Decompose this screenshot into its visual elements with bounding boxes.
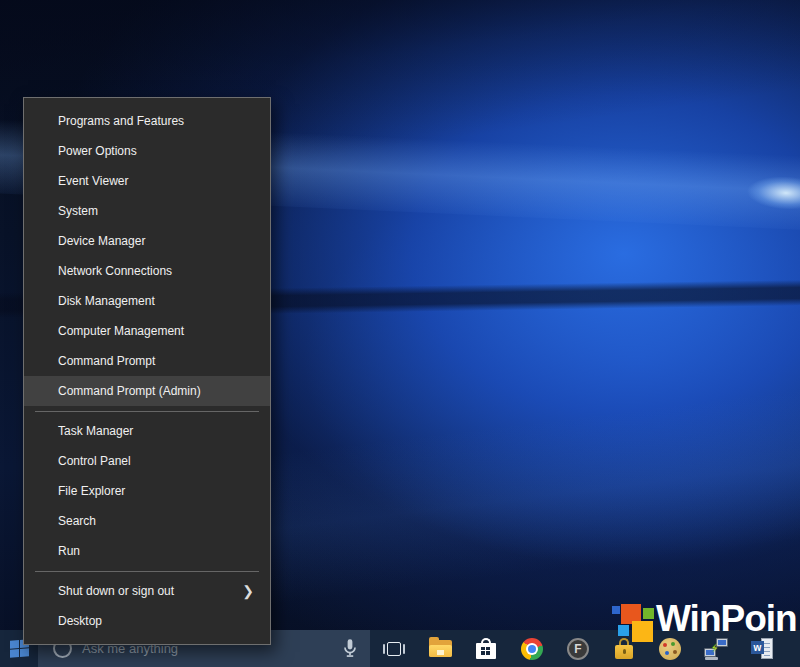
winpoin-logo-icon [610,596,656,644]
menu-item-label: Computer Management [58,324,260,338]
menu-item-label: Power Options [58,144,260,158]
menu-item-task-manager[interactable]: Task Manager [24,416,270,446]
menu-item-shut-down-or-sign-out[interactable]: Shut down or sign out❯ [24,576,270,606]
menu-item-control-panel[interactable]: Control Panel [24,446,270,476]
yellow-square [632,621,653,642]
menu-item-computer-management[interactable]: Computer Management [24,316,270,346]
f-app-button[interactable]: F [555,630,601,667]
store-icon [476,638,496,659]
blue-light-square [618,625,629,636]
menu-item-label: Network Connections [58,264,260,278]
menu-item-label: Run [58,544,260,558]
menu-item-programs-and-features[interactable]: Programs and Features [24,106,270,136]
menu-item-label: Shut down or sign out [58,584,242,598]
file-explorer-button[interactable] [417,630,463,667]
menu-item-command-prompt[interactable]: Command Prompt [24,346,270,376]
menu-item-label: Control Panel [58,454,260,468]
menu-item-device-manager[interactable]: Device Manager [24,226,270,256]
winx-menu: Programs and FeaturesPower OptionsEvent … [23,97,271,645]
menu-item-network-connections[interactable]: Network Connections [24,256,270,286]
winpoin-logo-text: WinPoin [656,595,797,643]
desktop[interactable]: Ask me anything [0,0,800,667]
menu-item-label: Command Prompt (Admin) [58,384,260,398]
menu-item-disk-management[interactable]: Disk Management [24,286,270,316]
menu-item-file-explorer[interactable]: File Explorer [24,476,270,506]
menu-item-label: Desktop [58,614,260,628]
blue-dark-square [612,606,620,614]
store-button[interactable] [463,630,509,667]
menu-item-label: Device Manager [58,234,260,248]
chrome-icon [521,638,543,660]
menu-item-search[interactable]: Search [24,506,270,536]
menu-item-label: Task Manager [58,424,260,438]
file-explorer-icon [429,640,452,657]
menu-item-label: Disk Management [58,294,260,308]
menu-item-event-viewer[interactable]: Event Viewer [24,166,270,196]
chrome-button[interactable] [509,630,555,667]
winpoin-watermark: WinPoin [610,596,800,648]
menu-item-label: Search [58,514,260,528]
menu-item-run[interactable]: Run [24,536,270,566]
menu-item-label: Command Prompt [58,354,260,368]
menu-separator [35,571,259,572]
task-view-button[interactable] [371,630,417,667]
menu-item-desktop[interactable]: Desktop [24,606,270,636]
menu-item-command-prompt-admin[interactable]: Command Prompt (Admin) [24,376,270,406]
menu-item-label: File Explorer [58,484,260,498]
menu-item-power-options[interactable]: Power Options [24,136,270,166]
green-square [643,608,654,619]
submenu-chevron-icon: ❯ [242,583,254,599]
menu-item-label: System [58,204,260,218]
menu-item-label: Programs and Features [58,114,260,128]
menu-separator [35,411,259,412]
task-view-icon [383,640,405,658]
menu-item-label: Event Viewer [58,174,260,188]
microphone-icon[interactable] [339,637,361,663]
menu-item-system[interactable]: System [24,196,270,226]
f-app-icon: F [567,638,589,660]
